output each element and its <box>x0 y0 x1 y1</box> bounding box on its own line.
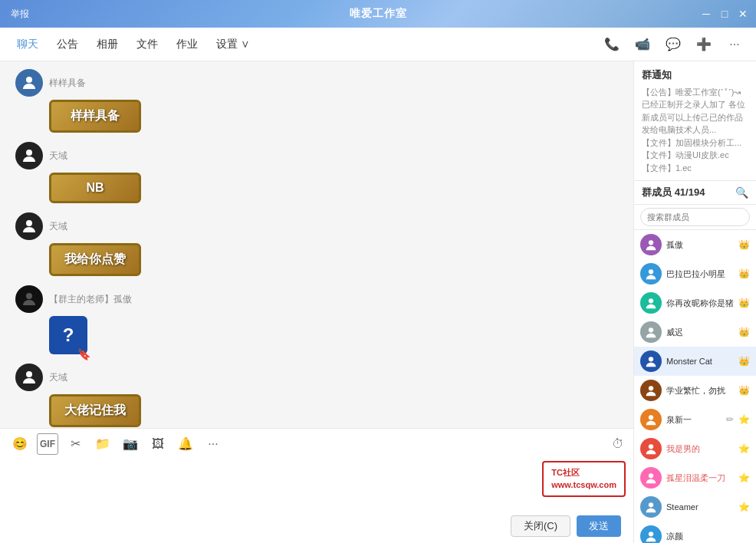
crown-icon: 👑 <box>738 327 750 337</box>
member-item[interactable]: 威迟 👑 <box>634 318 756 347</box>
member-avatar <box>640 380 662 401</box>
svg-point-2 <box>26 220 32 226</box>
crown-icon: 👑 <box>738 298 750 308</box>
sender-name: 样样具备 <box>49 77 86 90</box>
more-icon[interactable]: ··· <box>722 32 747 57</box>
members-search-icon[interactable]: 🔍 <box>735 186 748 199</box>
sticker-msg: 我给你点赞 <box>49 243 141 276</box>
svg-point-10 <box>649 357 653 361</box>
maximize-btn[interactable]: □ <box>718 7 731 21</box>
member-item[interactable]: 孤星泪温柔一刀 ⭐ <box>634 463 756 492</box>
crown-icon: 👑 <box>738 239 750 250</box>
members-search-input[interactable] <box>640 208 750 226</box>
member-avatar <box>640 321 662 343</box>
pencil-icon: ✏ <box>726 414 734 425</box>
avatar <box>15 285 43 313</box>
msg-body: 我给你点赞 <box>49 243 618 276</box>
member-name-liangyan: 凉颜 <box>666 531 750 542</box>
svg-point-9 <box>649 327 653 332</box>
close-chat-btn[interactable]: 关闭(C) <box>511 515 570 537</box>
app-title: 唯爱工作室 <box>350 7 407 21</box>
menu-settings[interactable]: 设置 ∨ <box>209 33 258 56</box>
send-btn[interactable]: 发送 <box>577 515 621 537</box>
bell-icon[interactable]: 🔔 <box>175 433 196 455</box>
star-icon: ⭐ <box>738 443 750 454</box>
notice-text: 【公告】唯爱工作室(ʼ˂ʼ)↝已经正制开之录人加了 各位新成员可以上传己已的作品… <box>642 86 748 137</box>
image-icon[interactable]: 🖼 <box>147 433 169 455</box>
sticker-msg: 大佬记住我 <box>49 394 141 427</box>
msg-body: 样样具备 <box>49 100 618 133</box>
svg-point-14 <box>649 473 653 478</box>
msg-body: 大佬记住我 <box>49 394 618 427</box>
star-icon: ⭐ <box>738 472 750 483</box>
member-item[interactable]: 孤傲 👑 <box>634 230 756 259</box>
member-item-steamer[interactable]: Steamer ⭐ <box>634 492 756 522</box>
more-btn[interactable]: ··· <box>202 433 224 455</box>
scissors-icon[interactable]: ✂ <box>64 433 86 455</box>
chat-messages[interactable]: 样样具备 样样具备 天域 NB <box>0 61 633 428</box>
gif-btn[interactable]: GIF <box>37 433 58 455</box>
svg-point-4 <box>26 371 32 377</box>
svg-point-13 <box>649 444 653 449</box>
member-avatar <box>640 467 662 489</box>
menu-chat[interactable]: 聊天 <box>9 33 46 56</box>
close-btn[interactable]: ✕ <box>736 7 750 21</box>
member-name-steamer: Steamer <box>666 502 734 512</box>
chat-toolbar: 😊 GIF ✂ 📁 📷 🖼 🔔 ··· ⏱ <box>0 428 633 459</box>
chat-input-area: 关闭(C) 发送 <box>0 459 633 543</box>
member-name-monster-cat: Monster Cat <box>666 357 734 366</box>
svg-point-16 <box>649 531 653 536</box>
menu-homework[interactable]: 作业 <box>169 33 205 56</box>
member-name: 学业繁忙，勿扰 <box>666 385 734 397</box>
window-controls: ─ □ ✕ <box>699 7 750 21</box>
member-avatar <box>640 438 662 459</box>
member-item[interactable]: 巴拉巴拉小明星 👑 <box>634 259 756 288</box>
file-link-2[interactable]: 【文件】动漫UI皮肤.ec <box>642 149 748 162</box>
avatar <box>15 69 43 97</box>
msg-header: 天域 <box>15 142 618 169</box>
menu-notice[interactable]: 公告 <box>49 33 86 56</box>
member-item[interactable]: 我是男的 ⭐ <box>634 434 756 463</box>
message-group: 【群主的老师】孤傲 ? <box>15 285 618 354</box>
svg-point-15 <box>649 502 653 507</box>
sender-name: 天域 <box>49 371 67 384</box>
file-link-3[interactable]: 【文件】1.ec <box>642 162 748 175</box>
member-avatar <box>640 409 662 430</box>
member-name-woshiande: 我是男的 <box>666 443 734 455</box>
menu-album[interactable]: 相册 <box>89 33 126 56</box>
phone-icon[interactable]: 📞 <box>600 32 624 57</box>
camera-icon[interactable]: 📷 <box>120 433 141 455</box>
blue-question-sticker: ? <box>49 316 87 354</box>
svg-point-3 <box>26 293 32 299</box>
svg-point-12 <box>649 415 653 420</box>
msg-body: NB <box>49 173 618 203</box>
folder-icon[interactable]: 📁 <box>92 433 113 455</box>
report-btn[interactable]: 举报 <box>6 6 34 22</box>
timestamp-btn[interactable]: ⏱ <box>612 437 624 451</box>
video-icon[interactable]: 📹 <box>630 32 655 57</box>
watermark: TC社区 www.tcsqw.com <box>542 461 626 497</box>
chat-input[interactable] <box>12 462 621 512</box>
member-name-guxing: 孤星泪温柔一刀 <box>666 472 734 484</box>
crown-icon: 👑 <box>738 356 750 367</box>
minimize-btn[interactable]: ─ <box>699 7 713 21</box>
star-icon: ⭐ <box>738 502 750 512</box>
members-list: 孤傲 👑 巴拉巴拉小明星 👑 你再改昵称你是猪 👑 <box>634 230 756 543</box>
file-link-1[interactable]: 【文件】加固模块分析工... <box>642 137 748 150</box>
member-item[interactable]: 凉颜 <box>634 522 756 543</box>
emoji-btn[interactable]: 😊 <box>9 433 31 455</box>
add-icon[interactable]: ➕ <box>692 32 716 57</box>
member-item[interactable]: 你再改昵称你是猪 👑 <box>634 288 756 318</box>
watermark-line1: TC社区 <box>551 467 616 479</box>
menu-file[interactable]: 文件 <box>129 33 166 56</box>
svg-point-6 <box>649 240 653 245</box>
crown-icon: 👑 <box>738 268 750 279</box>
menu-bar: 聊天 公告 相册 文件 作业 设置 ∨ 📞 📹 💬 ➕ ··· <box>0 28 756 61</box>
member-item[interactable]: 学业繁忙，勿扰 👑 <box>634 376 756 405</box>
member-item[interactable]: 泉新一 ✏ ⭐ <box>634 405 756 434</box>
toolbar-icons: 📞 📹 💬 ➕ ··· <box>600 32 747 57</box>
chat-area: 样样具备 样样具备 天域 NB <box>0 61 633 543</box>
member-item-monster-cat[interactable]: Monster Cat 👑 <box>634 347 756 376</box>
chat-icon[interactable]: 💬 <box>661 32 685 57</box>
avatar <box>15 142 43 169</box>
